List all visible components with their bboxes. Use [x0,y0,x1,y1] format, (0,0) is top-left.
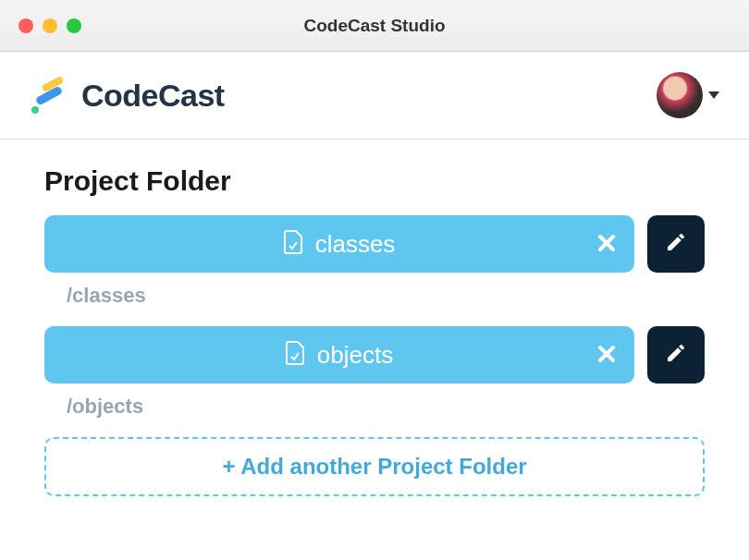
app-window: CodeCast Studio CodeCast Project Folder [0,0,749,560]
remove-folder-button[interactable] [597,342,616,368]
folder-chip[interactable]: classes [44,215,634,273]
edit-folder-button[interactable] [647,215,705,273]
maximize-window-button[interactable] [67,18,81,33]
window-title: CodeCast Studio [18,16,731,36]
folder-label: classes [315,230,396,259]
user-menu[interactable] [657,72,719,118]
section-title: Project Folder [44,165,705,197]
titlebar: CodeCast Studio [0,0,749,52]
add-folder-label: + Add another Project Folder [222,454,526,480]
pencil-icon [665,231,687,257]
main-content: Project Folder classes [0,140,749,522]
user-avatar [657,72,703,118]
folder-row: classes [44,215,705,273]
folder-row: objects [44,326,705,383]
folder-path: /objects [67,395,705,419]
file-icon [284,230,302,258]
file-icon [286,341,304,369]
svg-point-2 [31,106,39,114]
traffic-lights [18,18,81,33]
minimize-window-button[interactable] [43,18,57,33]
logo-text: CodeCast [81,78,225,114]
close-window-button[interactable] [18,18,33,33]
app-header: CodeCast [0,52,749,140]
folder-label: objects [317,341,393,370]
add-folder-button[interactable]: + Add another Project Folder [44,437,705,496]
folder-chip[interactable]: objects [44,326,634,383]
folder-path: /classes [67,284,705,308]
remove-folder-button[interactable] [597,231,616,257]
logo: CodeCast [30,75,225,116]
chevron-down-icon [708,91,719,99]
logo-mark-icon [30,75,70,116]
pencil-icon [665,342,687,368]
edit-folder-button[interactable] [647,326,705,383]
